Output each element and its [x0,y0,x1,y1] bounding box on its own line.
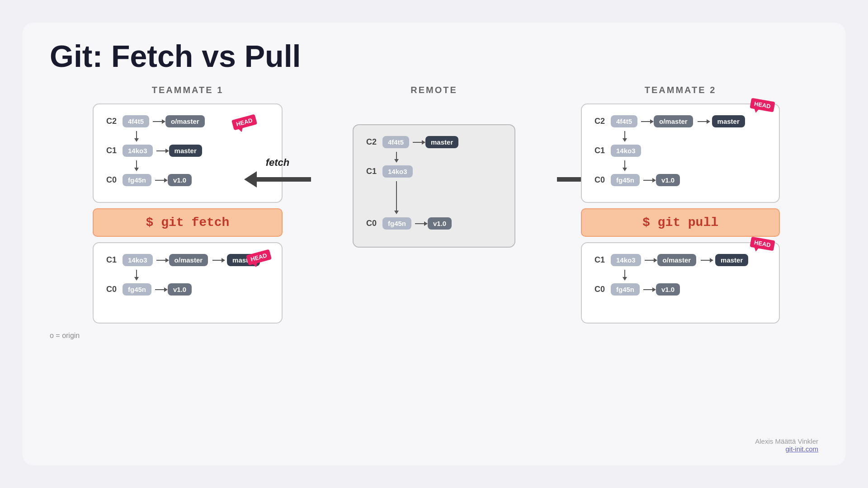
t2-before-c1-label: C1 [594,146,611,155]
t1-before-c2-origin-tag: o/master [165,115,205,127]
t2-before-c2-hash: 4f4t5 [611,115,637,127]
remote-c0-version-tag: v1.0 [428,217,452,230]
v-connector-t1-before-1 [106,131,269,145]
t2-before-c2-row: C2 4f4t5 o/master master [594,115,766,127]
connector [641,119,654,124]
v-connector-t2-after [594,270,766,283]
connector [415,221,428,226]
remote-c0-hash: fg45n [382,217,411,230]
connector [155,287,168,292]
arrow-shaft-fetch [257,177,311,182]
teammate1-column: TEAMMATE 1 HEAD C2 4f4t5 o/master [50,85,326,452]
remote-c1-label: C1 [366,167,382,176]
connector [413,140,425,145]
t1-after-c1-hash: 14ko3 [123,254,153,266]
connector2 [212,258,225,263]
t1-before-c1-hash: 14ko3 [123,145,153,157]
t2-before-c0-version-tag: v1.0 [656,174,680,186]
t2-after-c0-row: C0 fg45n v1.0 [594,283,766,296]
v-connector-remote-1 [366,152,502,165]
footer-note: o = origin [50,332,80,340]
connector [643,178,656,183]
t1-before-c0-hash: fg45n [123,174,151,186]
remote-box: C2 4f4t5 master C1 14ko3 [353,124,515,248]
git-pull-cmd: $ git pull [581,208,780,237]
t2-before-c2-origin-tag: o/master [654,115,693,127]
connector2 [698,119,710,124]
v-connector-t2-before-1 [594,131,766,145]
teammate2-before-box: HEAD C2 4f4t5 o/master master [581,103,780,203]
t1-after-c0-hash: fg45n [123,283,151,296]
arrow-head-left [244,171,257,188]
remote-c1-hash: 14ko3 [382,165,413,178]
teammate2-after-box: HEAD C1 14ko3 o/master master [581,242,780,324]
t1-before-c1-row: C1 14ko3 master [106,145,269,157]
attribution-url[interactable]: git-init.com [785,445,818,453]
t2-after-c1-hash: 14ko3 [611,254,641,266]
left-arrow [244,171,311,188]
remote-c2-row: C2 4f4t5 master [366,136,502,148]
main-layout: TEAMMATE 1 HEAD C2 4f4t5 o/master [50,85,818,452]
attribution-name: Alexis Määttä Vinkler [755,437,818,445]
attribution: Alexis Määttä Vinkler git-init.com [755,437,818,453]
t2-before-c2-master-tag: master [712,115,745,127]
t2-before-c0-label: C0 [594,175,611,185]
t2-after-c1-label: C1 [594,255,611,265]
t2-before-c0-hash: fg45n [611,174,640,186]
t1-after-c1-row: C1 14ko3 o/master master [106,254,269,266]
t1-after-c0-version-tag: v1.0 [168,283,192,296]
t2-after-c0-label: C0 [594,285,611,294]
slide: Git: Fetch vs Pull TEAMMATE 1 HEAD C2 4f… [23,23,845,465]
t1-before-c1-master-tag: master [169,145,202,157]
t2-before-c1-hash: 14ko3 [611,145,641,157]
t2-after-c0-version-tag: v1.0 [656,283,680,296]
t1-after-c1-origin-tag: o/master [169,254,208,266]
git-fetch-cmd: $ git fetch [93,208,283,237]
v-connector-t2-before-2 [594,160,766,174]
remote-c2-label: C2 [366,137,382,147]
remote-label: REMOTE [410,85,458,95]
remote-column: REMOTE fetch pull [335,85,533,452]
v-connector-t1-after [106,270,269,283]
t1-after-c0-row: C0 fg45n v1.0 [106,283,269,296]
teammate1-after-box: HEAD C1 14ko3 o/master master [93,242,283,324]
t1-before-c0-label: C0 [106,175,123,185]
fetch-arrow-section: fetch [244,157,311,188]
teammate1-label: TEAMMATE 1 [152,85,224,95]
t1-before-c2-label: C2 [106,117,123,126]
t1-after-c0-label: C0 [106,285,123,294]
page-title: Git: Fetch vs Pull [50,41,818,71]
t2-before-c1-row: C1 14ko3 [594,145,766,157]
teammate2-label: TEAMMATE 2 [645,85,717,95]
t2-before-c2-label: C2 [594,117,611,126]
v-connector-remote-2 [366,181,502,217]
connector [643,287,656,292]
remote-c2-hash: 4f4t5 [382,136,409,148]
head-badge-t2-before: HEAD [750,98,775,113]
t2-after-c0-hash: fg45n [611,283,640,296]
t1-before-c1-label: C1 [106,146,123,155]
connector2 [701,258,713,263]
head-badge-t2-after: HEAD [750,237,775,251]
connector [155,178,168,183]
connector [153,119,165,124]
t1-before-c0-version-tag: v1.0 [168,174,192,186]
t2-after-c1-origin-tag: o/master [657,254,697,266]
connector [156,149,169,153]
remote-c1-row: C1 14ko3 [366,165,502,178]
connector [156,258,169,263]
t2-before-c0-row: C0 fg45n v1.0 [594,174,766,186]
remote-c2-master-tag: master [425,136,458,148]
remote-c0-row: C0 fg45n v1.0 [366,217,502,230]
teammate2-column: TEAMMATE 2 HEAD C2 4f4t5 o/master master [542,85,818,452]
t1-before-c2-hash: 4f4t5 [123,115,149,127]
t2-after-c1-master-tag: master [715,254,748,266]
fetch-label: fetch [266,157,290,169]
t1-after-c1-label: C1 [106,255,123,265]
t2-after-c1-row: C1 14ko3 o/master master [594,254,766,266]
connector [645,258,657,263]
teammate1-before-box: HEAD C2 4f4t5 o/master C1 [93,103,283,203]
remote-c0-label: C0 [366,219,382,228]
